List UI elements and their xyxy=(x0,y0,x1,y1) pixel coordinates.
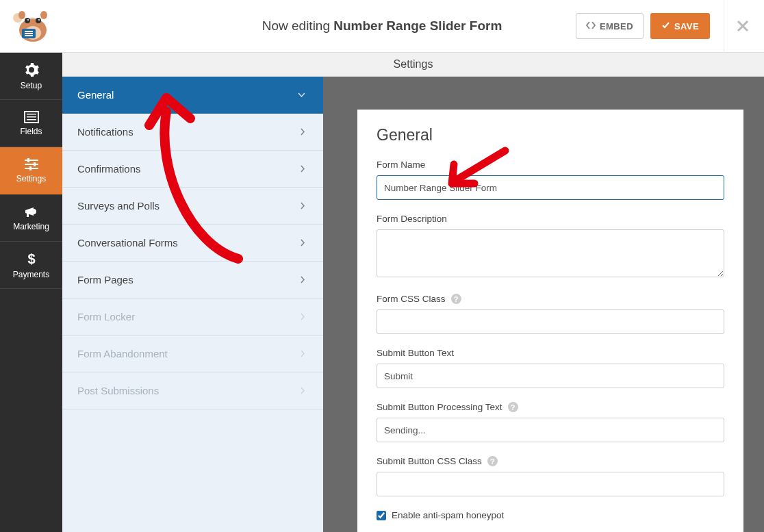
subnav-item-conversational[interactable]: Conversational Forms xyxy=(62,225,323,262)
svg-rect-22 xyxy=(29,166,31,170)
svg-rect-23 xyxy=(27,213,29,217)
svg-rect-14 xyxy=(27,114,36,115)
svg-rect-17 xyxy=(25,160,38,161)
content-area: General Form Name Form Description Form … xyxy=(323,77,764,532)
dollar-icon: $ xyxy=(26,251,37,266)
svg-point-11 xyxy=(18,11,25,19)
svg-point-8 xyxy=(27,19,29,21)
svg-point-7 xyxy=(25,18,30,23)
app-logo xyxy=(8,9,52,43)
panel-title: Settings xyxy=(62,53,764,77)
subnav-item-formpages[interactable]: Form Pages xyxy=(62,262,323,299)
code-icon xyxy=(586,21,596,32)
sidebar-item-settings[interactable]: Settings xyxy=(0,147,62,194)
chevron-right-icon xyxy=(300,237,305,249)
subnav-item-label: Form Locker xyxy=(77,311,135,322)
form-desc-input[interactable] xyxy=(377,229,724,277)
submit-css-label: Submit Button CSS Class xyxy=(377,456,482,466)
submit-text-label: Submit Button Text xyxy=(377,348,724,358)
general-heading: General xyxy=(377,126,724,144)
top-bar: Now editing Number Range Slider Form EMB… xyxy=(0,0,764,53)
svg-text:$: $ xyxy=(27,251,35,266)
honeypot-label: Enable anti-spam honeypot xyxy=(392,510,504,520)
chevron-right-icon xyxy=(300,385,305,396)
submit-css-input[interactable] xyxy=(377,472,724,496)
svg-point-9 xyxy=(36,18,41,23)
subnav-item-label: Conversational Forms xyxy=(77,237,178,249)
form-name-input[interactable] xyxy=(377,175,724,200)
form-css-label: Form CSS Class xyxy=(377,294,446,304)
sidebar-item-payments[interactable]: $ Payments xyxy=(0,242,62,289)
subnav-item-label: Form Pages xyxy=(77,274,133,286)
editing-prefix: Now editing xyxy=(262,18,334,33)
sidebar: Setup Fields Settings Marketing $ Paymen… xyxy=(0,53,62,532)
form-name-label: Form Name xyxy=(377,160,724,170)
chevron-right-icon xyxy=(300,348,305,359)
svg-rect-15 xyxy=(27,116,36,118)
bullhorn-icon xyxy=(24,205,39,218)
chevron-right-icon xyxy=(300,163,305,175)
form-desc-label: Form Description xyxy=(377,214,724,224)
sidebar-item-label: Fields xyxy=(20,127,42,136)
svg-point-12 xyxy=(40,11,47,19)
sidebar-item-label: Marketing xyxy=(13,222,49,231)
subnav-item-confirmations[interactable]: Confirmations xyxy=(62,151,323,188)
editing-title: Now editing Number Range Slider Form xyxy=(262,18,502,34)
subnav-item-label: Surveys and Polls xyxy=(77,200,160,212)
submit-processing-input[interactable] xyxy=(377,418,724,442)
sidebar-item-label: Settings xyxy=(16,174,46,183)
subnav-item-formabandonment[interactable]: Form Abandonment xyxy=(62,335,323,372)
honeypot-checkbox[interactable] xyxy=(377,511,386,520)
check-icon xyxy=(661,21,670,31)
subnav-item-label: Post Submissions xyxy=(77,385,159,396)
help-icon[interactable]: ? xyxy=(487,456,498,466)
subnav-item-label: General xyxy=(77,89,114,101)
close-icon xyxy=(737,16,749,37)
editing-form-name: Number Range Slider Form xyxy=(333,18,502,33)
submit-text-input[interactable] xyxy=(377,364,724,388)
svg-rect-21 xyxy=(34,162,36,166)
chevron-right-icon xyxy=(300,200,305,212)
svg-rect-16 xyxy=(27,119,36,121)
submit-processing-label: Submit Button Processing Text xyxy=(377,402,502,412)
sidebar-item-setup[interactable]: Setup xyxy=(0,53,62,100)
chevron-right-icon xyxy=(300,126,305,138)
subnav-item-postsubmissions[interactable]: Post Submissions xyxy=(62,372,323,409)
svg-rect-4 xyxy=(25,33,33,34)
subnav-item-formlocker[interactable]: Form Locker xyxy=(62,299,323,335)
chevron-down-icon xyxy=(298,89,305,101)
sidebar-item-marketing[interactable]: Marketing xyxy=(0,194,62,242)
sidebar-item-label: Payments xyxy=(13,270,49,279)
sliders-icon xyxy=(24,158,39,170)
settings-subnav: General Notifications Confirmations xyxy=(62,77,323,532)
svg-rect-18 xyxy=(25,164,38,165)
close-button[interactable] xyxy=(724,0,752,53)
save-button[interactable]: SAVE xyxy=(650,13,710,39)
subnav-item-label: Form Abandonment xyxy=(77,348,168,359)
chevron-right-icon xyxy=(300,274,305,286)
subnav-item-surveys[interactable]: Surveys and Polls xyxy=(62,188,323,225)
embed-label: EMBED xyxy=(600,21,633,31)
sidebar-item-label: Setup xyxy=(21,81,42,90)
save-label: SAVE xyxy=(674,21,699,31)
list-icon xyxy=(24,111,39,123)
subnav-item-label: Notifications xyxy=(77,126,133,138)
subnav-item-general[interactable]: General xyxy=(62,77,323,114)
embed-button[interactable]: EMBED xyxy=(576,13,644,39)
subnav-item-notifications[interactable]: Notifications xyxy=(62,114,323,151)
help-icon[interactable]: ? xyxy=(451,294,461,304)
general-settings-card: General Form Name Form Description Form … xyxy=(357,110,743,532)
gear-icon xyxy=(24,62,39,77)
help-icon[interactable]: ? xyxy=(508,402,518,412)
svg-rect-5 xyxy=(25,35,33,36)
svg-point-10 xyxy=(38,19,40,21)
chevron-right-icon xyxy=(300,311,305,322)
sidebar-item-fields[interactable]: Fields xyxy=(0,100,62,147)
svg-rect-20 xyxy=(27,158,29,162)
subnav-item-label: Confirmations xyxy=(77,163,141,175)
svg-rect-3 xyxy=(25,31,33,32)
form-css-input[interactable] xyxy=(377,309,724,334)
